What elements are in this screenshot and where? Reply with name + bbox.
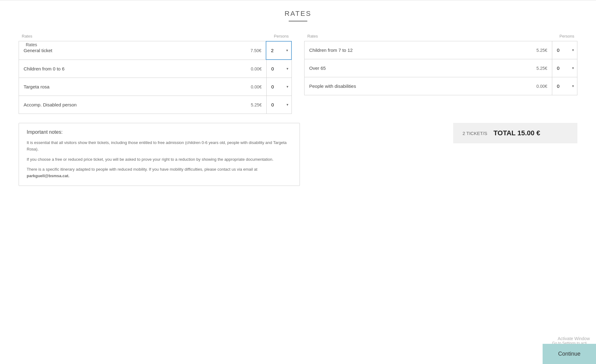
rate-price-targeta-rosa: 0.00€ bbox=[242, 78, 266, 96]
total-label: TOTAL bbox=[494, 129, 517, 137]
rate-select-children-7-12[interactable]: 012345 bbox=[552, 41, 577, 59]
left-column-header: Rates Persons bbox=[19, 34, 292, 41]
important-notes-p1: It is essential that all visitors show t… bbox=[27, 140, 292, 153]
left-persons-header: Persons bbox=[274, 34, 289, 38]
rate-name-disabilities: People with disabilities bbox=[305, 77, 527, 95]
rate-row-children-0-6: Children from 0 to 6 0.00€ 012345 ▼ bbox=[19, 60, 292, 78]
rate-price-children-0-6: 0.00€ bbox=[242, 60, 266, 78]
rate-row-over-65: Over 65 5.25€ 012345 ▼ bbox=[304, 59, 577, 77]
page-title: RATES bbox=[0, 10, 596, 18]
rate-select-wrapper-general[interactable]: 012345678910 ▼ bbox=[266, 41, 292, 60]
rate-row-accomp-disabled: Accomp. Disabled person 5.25€ 012345 ▼ bbox=[19, 96, 292, 114]
left-rates-column: Rates Persons General ticket 7.50€ 01234… bbox=[19, 34, 292, 114]
important-notes-p2: If you choose a free or reduced price ti… bbox=[27, 156, 292, 163]
page-header: RATES bbox=[0, 0, 596, 34]
rate-select-targeta-rosa[interactable]: 012345 bbox=[267, 78, 291, 96]
rate-name-over-65: Over 65 bbox=[305, 59, 527, 77]
sidebar-rates-label: Rates bbox=[26, 42, 37, 47]
rate-name-accomp-disabled: Accomp. Disabled person bbox=[19, 96, 242, 114]
bottom-section: Important notes: It is essential that al… bbox=[0, 114, 596, 195]
rate-row-targeta-rosa: Targeta rosa 0.00€ 012345 ▼ bbox=[19, 78, 292, 96]
rate-select-wrapper-children-7-12[interactable]: 012345 ▼ bbox=[552, 41, 577, 59]
important-notes-email: parkguell@bsmsa.cat. bbox=[27, 173, 70, 178]
rate-select-wrapper-over-65[interactable]: 012345 ▼ bbox=[552, 59, 577, 77]
total-section: 2 TICKET/S TOTAL 15.00 € bbox=[312, 123, 577, 143]
rates-main-content: Rates Persons General ticket 7.50€ 01234… bbox=[0, 34, 596, 114]
rate-select-over-65[interactable]: 012345 bbox=[552, 59, 577, 77]
continue-button[interactable]: Continue bbox=[543, 344, 596, 364]
total-amount: TOTAL 15.00 € bbox=[494, 129, 540, 137]
ticket-count: 2 TICKET/S bbox=[463, 131, 487, 136]
rate-name-children-0-6: Children from 0 to 6 bbox=[19, 60, 242, 78]
rate-select-accomp-disabled[interactable]: 012345 bbox=[267, 96, 291, 114]
important-notes-p3: There is a specific itinerary adapted to… bbox=[27, 166, 292, 179]
right-rates-column: Rates Persons Children from 7 to 12 5.25… bbox=[304, 34, 577, 114]
title-underline bbox=[289, 21, 307, 21]
rate-price-disabilities: 0.00€ bbox=[527, 78, 552, 95]
watermark-line1: Activate Window bbox=[552, 336, 590, 341]
right-column-header: Rates Persons bbox=[304, 34, 577, 41]
rate-name-general: General ticket bbox=[19, 42, 241, 59]
right-rates-header: Rates bbox=[307, 34, 318, 38]
rate-price-accomp-disabled: 5.25€ bbox=[242, 96, 266, 114]
important-notes-title: Important notes: bbox=[27, 129, 292, 135]
left-rates-header: Rates bbox=[22, 34, 32, 38]
rate-row-children-7-12: Children from 7 to 12 5.25€ 012345 ▼ bbox=[304, 41, 577, 59]
rate-price-general: 7.50€ bbox=[241, 42, 266, 59]
total-box: 2 TICKET/S TOTAL 15.00 € bbox=[453, 123, 577, 143]
rate-name-targeta-rosa: Targeta rosa bbox=[19, 78, 242, 96]
rate-select-general[interactable]: 012345678910 bbox=[266, 42, 291, 59]
rate-select-wrapper-children-0-6[interactable]: 012345 ▼ bbox=[266, 60, 291, 78]
rate-select-children-0-6[interactable]: 012345 bbox=[267, 60, 291, 78]
rate-row-general: General ticket 7.50€ 012345678910 ▼ bbox=[19, 41, 292, 60]
rate-name-children-7-12: Children from 7 to 12 bbox=[305, 41, 527, 59]
total-price: 15.00 € bbox=[517, 129, 540, 137]
rate-select-wrapper-targeta-rosa[interactable]: 012345 ▼ bbox=[266, 78, 291, 96]
rate-select-disabilities[interactable]: 012345 bbox=[552, 77, 577, 95]
right-persons-header: Persons bbox=[559, 34, 574, 38]
rate-price-children-7-12: 5.25€ bbox=[527, 42, 552, 59]
rate-select-wrapper-accomp-disabled[interactable]: 012345 ▼ bbox=[266, 96, 291, 114]
rate-row-disabilities: People with disabilities 0.00€ 012345 ▼ bbox=[304, 77, 577, 95]
important-notes-box: Important notes: It is essential that al… bbox=[19, 123, 300, 186]
rate-price-over-65: 5.25€ bbox=[527, 60, 552, 77]
rate-select-wrapper-disabilities[interactable]: 012345 ▼ bbox=[552, 77, 577, 95]
